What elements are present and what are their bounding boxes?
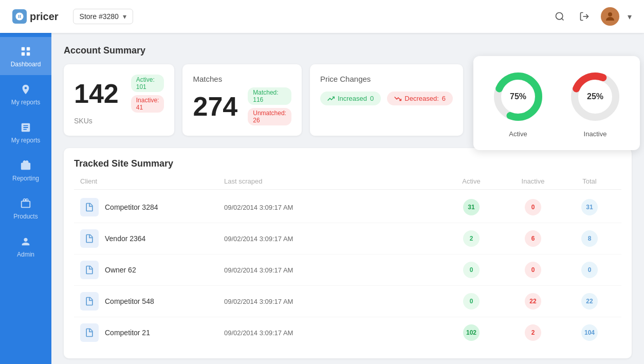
- total-count: 22: [581, 293, 598, 310]
- skus-count: 142: [74, 80, 119, 107]
- active-percent-text: 75%: [510, 92, 526, 101]
- price-changes-card: Price Changes Increased 0 Decreased: 6: [310, 64, 463, 136]
- inactive-count: 6: [525, 230, 541, 247]
- logout-icon[interactable]: [576, 8, 593, 25]
- col-active: Active: [440, 177, 502, 185]
- client-cell: Competitor 3284: [80, 198, 224, 216]
- client-icon: [80, 323, 99, 342]
- client-cell: Owner 62: [80, 261, 224, 279]
- client-icon: [80, 198, 99, 216]
- inactive-donut-label: Inactive: [584, 130, 607, 138]
- table-row: Competitor 548 09/02/2014 3:09:17 AM 0 2…: [74, 286, 621, 317]
- skus-label: SKUs: [74, 117, 164, 125]
- active-count: 0: [463, 262, 480, 278]
- increased-label: Increased: [338, 95, 367, 102]
- inactive-badge: Inactive: 41: [131, 95, 164, 113]
- inactive-count: 22: [525, 293, 541, 310]
- sidebar-item-label: Products: [13, 213, 38, 220]
- decreased-value: 6: [442, 95, 446, 102]
- client-icon: [80, 229, 99, 248]
- products-icon: [19, 196, 33, 211]
- sidebar: Dashboard My reports My reports Reportin…: [0, 33, 51, 364]
- unmatched-badge: Unmatched: 26: [248, 108, 291, 125]
- header-icons: ▾: [551, 7, 632, 26]
- active-donut-chart: 75%: [490, 68, 546, 125]
- client-cell: Vendor 2364: [80, 229, 224, 248]
- client-name: Competitor 548: [105, 297, 154, 305]
- sidebar-item-my-reports-1[interactable]: My reports: [0, 75, 51, 113]
- sidebar-item-my-reports-2[interactable]: My reports: [0, 113, 51, 151]
- my-reports-2-icon: [19, 120, 33, 135]
- logo-text: pricer: [30, 11, 59, 23]
- inactive-donut-wrap: 25% Inactive: [567, 68, 623, 138]
- client-icon: [80, 261, 99, 279]
- matches-count: 274: [193, 91, 237, 122]
- svg-rect-6: [22, 52, 25, 56]
- last-scraped: 09/02/2014 3:09:17 AM: [224, 266, 440, 274]
- increased-value: 0: [370, 95, 374, 102]
- inactive-percent-text: 25%: [587, 92, 603, 101]
- client-cell: Competitor 21: [80, 323, 224, 342]
- inactive-count: 0: [525, 199, 541, 215]
- table-row: Competitor 3284 09/02/2014 3:09:17 AM 31…: [74, 192, 621, 223]
- last-scraped: 09/02/2014 3:09:17 AM: [224, 204, 440, 211]
- client-name: Owner 62: [105, 266, 136, 274]
- inactive-donut-chart: 25%: [567, 68, 623, 125]
- body: Dashboard My reports My reports Reportin…: [0, 33, 644, 364]
- table-row: Vendor 2364 09/02/2014 3:09:17 AM 2 6 8: [74, 223, 621, 254]
- tracked-title: Tracked Site Summary: [74, 158, 621, 169]
- active-donut-wrap: 75% Active: [490, 68, 546, 138]
- client-name: Vendor 2364: [105, 234, 145, 243]
- table-row: Owner 62 09/02/2014 3:09:17 AM 0 0 0: [74, 254, 621, 286]
- client-name: Competitor 3284: [105, 203, 158, 211]
- tracked-site-section: Tracked Site Summary Client Last scraped…: [64, 148, 632, 358]
- active-count: 102: [463, 324, 480, 341]
- reporting-icon: [19, 158, 33, 173]
- sidebar-item-label: My reports: [11, 137, 41, 144]
- account-summary-title: Account Summary: [64, 45, 632, 56]
- svg-rect-4: [22, 47, 25, 50]
- table-row: Competitor 21 09/02/2014 3:09:17 AM 102 …: [74, 317, 621, 348]
- active-badge: Active: 101: [131, 75, 164, 92]
- dashboard-icon: [19, 44, 33, 59]
- svg-point-0: [556, 13, 563, 20]
- svg-line-1: [562, 19, 564, 21]
- matched-badge: Matched: 116: [248, 87, 291, 105]
- sidebar-item-label: Reporting: [12, 175, 39, 182]
- last-scraped: 09/02/2014 3:09:17 AM: [224, 298, 440, 305]
- svg-rect-5: [27, 47, 30, 50]
- col-inactive: Inactive: [502, 177, 564, 185]
- col-client: Client: [80, 177, 224, 185]
- active-donut-label: Active: [509, 130, 527, 138]
- active-count: 31: [463, 199, 480, 215]
- active-count: 0: [463, 293, 480, 310]
- decreased-label: Decreased:: [404, 95, 438, 102]
- total-count: 8: [581, 230, 598, 247]
- price-decreased-badge: Decreased: 6: [387, 92, 453, 105]
- avatar[interactable]: [601, 7, 619, 26]
- summary-row: 142 Active: 101 Inactive: 41 SKUs Matche…: [64, 64, 632, 136]
- my-reports-1-icon: [19, 82, 33, 97]
- sidebar-item-label: My reports: [11, 99, 41, 106]
- store-arrow-icon: ▾: [123, 12, 126, 21]
- main-content: Account Summary 142 Active: 101 Inactive…: [51, 33, 644, 364]
- sidebar-item-products[interactable]: Products: [0, 189, 51, 227]
- logo: pricer: [12, 9, 59, 24]
- admin-icon: [19, 234, 33, 249]
- sidebar-item-admin[interactable]: Admin: [0, 227, 51, 265]
- store-selector[interactable]: Store #3280 ▾: [73, 9, 133, 24]
- sidebar-item-reporting[interactable]: Reporting: [0, 151, 51, 189]
- col-last-scraped: Last scraped: [224, 177, 440, 185]
- total-count: 0: [581, 262, 598, 278]
- sidebar-item-dashboard[interactable]: Dashboard: [0, 37, 51, 75]
- search-icon[interactable]: [551, 8, 568, 25]
- total-count: 104: [581, 324, 598, 341]
- user-arrow-icon[interactable]: ▾: [628, 12, 632, 22]
- price-increased-badge: Increased 0: [320, 92, 381, 105]
- store-label: Store #3280: [80, 12, 119, 21]
- col-total: Total: [564, 177, 615, 185]
- active-count: 2: [463, 230, 480, 247]
- last-scraped: 09/02/2014 3:09:17 AM: [224, 329, 440, 337]
- header: pricer Store #3280 ▾ ▾: [0, 0, 644, 33]
- charts-card: 75% Active 25% Inactive: [473, 56, 640, 150]
